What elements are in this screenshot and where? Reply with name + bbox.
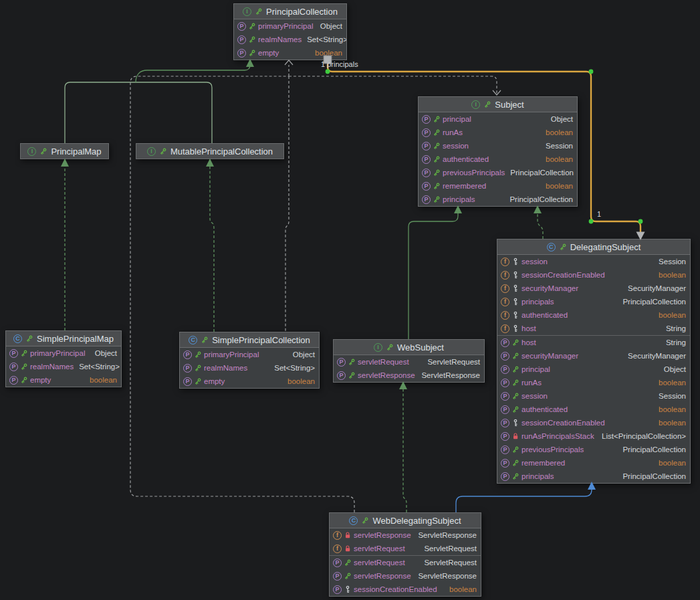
class-header-simple-principal-collection[interactable]: CSimplePrincipalCollection bbox=[180, 332, 319, 348]
member-row-authenticated[interactable]: Pauthenticatedboolean bbox=[419, 153, 577, 166]
member-row-runAs[interactable]: PrunAsboolean bbox=[419, 126, 577, 139]
bend-point[interactable] bbox=[589, 70, 594, 74]
edge-simpleprincipalmap-implements-principalmap[interactable] bbox=[61, 159, 69, 330]
member-row-realmNames[interactable]: PrealmNamesSet<String> bbox=[180, 361, 319, 375]
member-row-host[interactable]: PhostString bbox=[497, 335, 690, 349]
class-title: MutablePrincipalCollection bbox=[170, 146, 273, 157]
member-row-servletRequest[interactable]: PservletRequestServletRequest bbox=[334, 355, 484, 369]
member-row-session[interactable]: PsessionSession bbox=[497, 389, 690, 403]
member-row-principals[interactable]: PprincipalsPrincipalCollection bbox=[419, 193, 577, 206]
class-box-principal-map[interactable]: IPrincipalMap bbox=[20, 143, 109, 159]
class-box-mutable-principal-collection[interactable]: IMutablePrincipalCollection bbox=[136, 143, 284, 159]
member-row-authenticated[interactable]: fauthenticatedboolean bbox=[497, 308, 690, 322]
class-icon: C bbox=[349, 516, 358, 525]
class-box-principal-collection[interactable]: IPrincipalCollectionPprimaryPrincipalObj… bbox=[233, 3, 347, 60]
member-row-realmNames[interactable]: PrealmNamesSet<String> bbox=[234, 33, 346, 46]
edge-webdelegatingsubject-extends-delegatingsubject[interactable] bbox=[456, 482, 596, 512]
edge-webdelegatingsubject-implements-websubject[interactable] bbox=[399, 381, 407, 512]
member-name: sessionCreationEnabled bbox=[521, 419, 605, 427]
member-row-runAsPrincipalsStack[interactable]: PrunAsPrincipalsStackList<PrincipalColle… bbox=[497, 429, 690, 443]
member-type: List<PrincipalCollection> bbox=[602, 432, 686, 440]
member-type: Set<String> bbox=[307, 35, 346, 43]
member-row-remembered[interactable]: Prememberedboolean bbox=[497, 456, 690, 470]
member-type: Object bbox=[293, 351, 315, 359]
association-multiplicity-label: 1 bbox=[597, 210, 601, 218]
member-row-servletResponse[interactable]: fservletResponseServletResponse bbox=[330, 528, 481, 542]
class-header-principal-collection[interactable]: IPrincipalCollection bbox=[234, 4, 346, 19]
member-row-primaryPrincipal[interactable]: PprimaryPrincipalObject bbox=[6, 346, 121, 360]
public-key-icon bbox=[255, 7, 263, 15]
class-title: WebSubject bbox=[397, 342, 444, 353]
bend-point[interactable] bbox=[326, 70, 330, 74]
uml-diagram-canvas[interactable]: IPrincipalCollectionPprimaryPrincipalObj… bbox=[0, 0, 700, 600]
member-row-previousPrincipals[interactable]: PpreviousPrincipalsPrincipalCollection bbox=[497, 443, 690, 456]
member-type: ServletResponse bbox=[418, 531, 477, 539]
class-title: SimplePrincipalCollection bbox=[212, 335, 310, 345]
property-icon: P bbox=[422, 142, 431, 151]
member-row-primaryPrincipal[interactable]: PprimaryPrincipalObject bbox=[180, 348, 319, 361]
class-header-principal-map[interactable]: IPrincipalMap bbox=[21, 144, 108, 159]
class-header-mutable-principal-collection[interactable]: IMutablePrincipalCollection bbox=[136, 144, 283, 159]
member-row-realmNames[interactable]: PrealmNamesSet<String> bbox=[6, 360, 121, 373]
class-box-delegating-subject[interactable]: CDelegatingSubjectfsessionSessionfsessio… bbox=[497, 239, 691, 484]
property-icon: P bbox=[501, 365, 509, 374]
member-row-sessionCreationEnabled[interactable]: fsessionCreationEnabledboolean bbox=[497, 268, 690, 282]
edge-delegatingsubject-implements-subject[interactable] bbox=[534, 205, 543, 239]
member-type: ServletRequest bbox=[424, 544, 477, 553]
member-row-empty[interactable]: Pemptyboolean bbox=[6, 373, 121, 387]
member-type: Object bbox=[95, 349, 117, 357]
edge-simpleprincipalcollection-implements-mutableprincipalcollection[interactable] bbox=[206, 159, 214, 332]
member-row-principal[interactable]: PprincipalObject bbox=[419, 112, 577, 126]
edge-principalmap-extends-bus[interactable] bbox=[65, 82, 212, 143]
bend-point[interactable] bbox=[589, 219, 594, 224]
class-title: PrincipalMap bbox=[51, 146, 101, 157]
property-icon: P bbox=[422, 128, 431, 137]
member-name: previousPrincipals bbox=[521, 445, 584, 454]
member-row-sessionCreationEnabled[interactable]: PsessionCreationEnabledboolean bbox=[497, 416, 690, 429]
protected-key-icon bbox=[511, 284, 519, 292]
member-row-sessionCreationEnabled[interactable]: PsessionCreationEnabledboolean bbox=[330, 583, 481, 596]
member-name: host bbox=[521, 324, 536, 332]
class-header-subject[interactable]: ISubject bbox=[419, 97, 577, 112]
member-row-servletRequest[interactable]: fservletRequestServletRequest bbox=[330, 542, 481, 555]
member-row-runAs[interactable]: PrunAsboolean bbox=[497, 376, 690, 389]
edge-websubject-extends-subject[interactable] bbox=[409, 205, 462, 339]
class-header-simple-principal-map[interactable]: CSimplePrincipalMap bbox=[6, 331, 121, 346]
member-row-empty[interactable]: Pemptyboolean bbox=[234, 46, 346, 60]
class-box-simple-principal-collection[interactable]: CSimplePrincipalCollectionPprimaryPrinci… bbox=[179, 332, 320, 389]
member-row-authenticated[interactable]: Pauthenticatedboolean bbox=[497, 403, 690, 416]
class-header-web-subject[interactable]: IWebSubject bbox=[334, 340, 484, 355]
member-row-primaryPrincipal[interactable]: PprimaryPrincipalObject bbox=[234, 19, 346, 33]
member-row-session[interactable]: PsessionSession bbox=[419, 139, 577, 153]
member-row-securityManager[interactable]: PsecurityManagerSecurityManager bbox=[497, 349, 690, 363]
member-row-principal[interactable]: PprincipalObject bbox=[497, 363, 690, 376]
member-row-servletRequest[interactable]: PservletRequestServletRequest bbox=[330, 555, 481, 569]
property-icon: P bbox=[333, 572, 342, 581]
class-box-simple-principal-map[interactable]: CSimplePrincipalMapPprimaryPrincipalObje… bbox=[5, 330, 122, 387]
member-row-securityManager[interactable]: fsecurityManagerSecurityManager bbox=[497, 282, 690, 295]
member-row-session[interactable]: fsessionSession bbox=[497, 255, 690, 268]
member-row-servletResponse[interactable]: PservletResponseServletResponse bbox=[334, 369, 484, 382]
property-icon: P bbox=[333, 585, 342, 594]
member-row-principals[interactable]: fprincipalsPrincipalCollection bbox=[497, 295, 690, 308]
edge-extends-principalcollection[interactable] bbox=[136, 59, 254, 82]
property-icon: P bbox=[501, 352, 509, 361]
property-icon: P bbox=[422, 169, 431, 177]
class-box-web-subject[interactable]: IWebSubjectPservletRequestServletRequest… bbox=[333, 339, 485, 383]
class-box-subject[interactable]: ISubjectPprincipalObjectPrunAsbooleanPse… bbox=[418, 96, 578, 207]
class-title: WebDelegatingSubject bbox=[372, 516, 461, 526]
member-row-host[interactable]: fhostString bbox=[497, 322, 690, 335]
member-type: PrincipalCollection bbox=[622, 445, 686, 454]
class-header-web-delegating-subject[interactable]: CWebDelegatingSubject bbox=[330, 513, 481, 528]
member-row-principals[interactable]: PprincipalsPrincipalCollection bbox=[497, 470, 690, 483]
member-row-empty[interactable]: Pemptyboolean bbox=[180, 375, 319, 388]
property-icon: P bbox=[9, 376, 18, 385]
member-type: Set<String> bbox=[274, 364, 315, 372]
member-row-previousPrincipals[interactable]: PpreviousPrincipalsPrincipalCollection bbox=[419, 166, 577, 179]
member-row-remembered[interactable]: Prememberedboolean bbox=[419, 179, 577, 193]
class-box-web-delegating-subject[interactable]: CWebDelegatingSubjectfservletResponseSer… bbox=[329, 512, 481, 597]
property-icon: P bbox=[237, 22, 246, 31]
member-row-servletResponse[interactable]: PservletResponseServletResponse bbox=[330, 569, 481, 583]
class-header-delegating-subject[interactable]: CDelegatingSubject bbox=[497, 239, 690, 255]
bend-point[interactable] bbox=[638, 219, 643, 224]
